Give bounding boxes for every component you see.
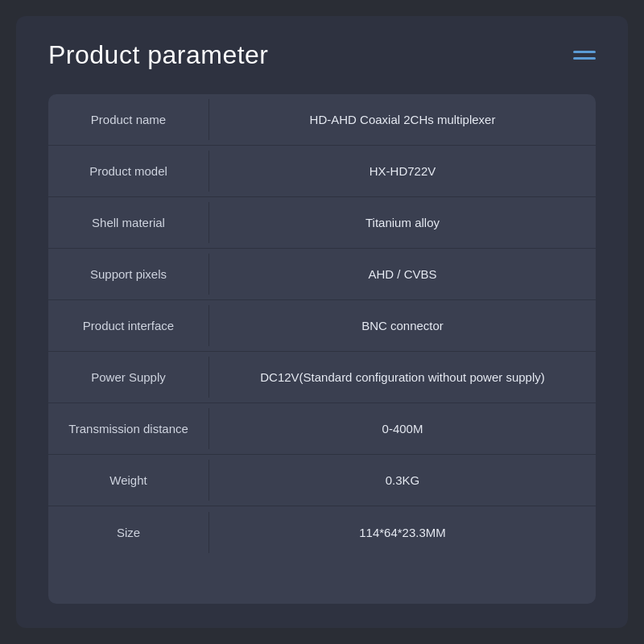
- table-label: Product model: [48, 151, 209, 192]
- table-row: Product nameHD-AHD Coaxial 2CHs multiple…: [48, 94, 596, 146]
- table-label: Transmission distance: [48, 408, 209, 449]
- table-value: HD-AHD Coaxial 2CHs multiplexer: [209, 99, 596, 140]
- table-label: Size: [48, 512, 209, 553]
- table-value: 0-400M: [209, 408, 596, 449]
- table-row: Product interfaceBNC connector: [48, 300, 596, 352]
- table-row: Weight0.3KG: [48, 455, 596, 506]
- header: Product parameter: [48, 40, 596, 70]
- table-row: Power SupplyDC12V(Standard configuration…: [48, 352, 596, 403]
- table-value: DC12V(Standard configuration without pow…: [209, 357, 596, 398]
- table-row: Product modelHX-HD722V: [48, 146, 596, 197]
- menu-icon[interactable]: [573, 51, 596, 60]
- table-value: HX-HD722V: [209, 151, 596, 192]
- table-label: Power Supply: [48, 357, 209, 398]
- table-label: Shell material: [48, 202, 209, 243]
- table-value: 0.3KG: [209, 460, 596, 501]
- table-value: Titanium alloy: [209, 202, 596, 243]
- page-container: Product parameter Product nameHD-AHD Coa…: [16, 16, 628, 628]
- table-label: Product interface: [48, 305, 209, 346]
- table-row: Support pixelsAHD / CVBS: [48, 249, 596, 300]
- table-value: BNC connector: [209, 305, 596, 346]
- table-label: Support pixels: [48, 254, 209, 295]
- table-value: 114*64*23.3MM: [209, 512, 596, 553]
- page-title: Product parameter: [48, 40, 269, 70]
- product-table: Product nameHD-AHD Coaxial 2CHs multiple…: [48, 94, 596, 604]
- table-value: AHD / CVBS: [209, 254, 596, 295]
- table-row: Transmission distance0-400M: [48, 403, 596, 455]
- table-label: Product name: [48, 99, 209, 140]
- menu-line-1: [573, 51, 596, 53]
- menu-line-2: [573, 57, 596, 60]
- table-label: Weight: [48, 460, 209, 501]
- table-row: Size114*64*23.3MM: [48, 506, 596, 558]
- table-row: Shell materialTitanium alloy: [48, 197, 596, 249]
